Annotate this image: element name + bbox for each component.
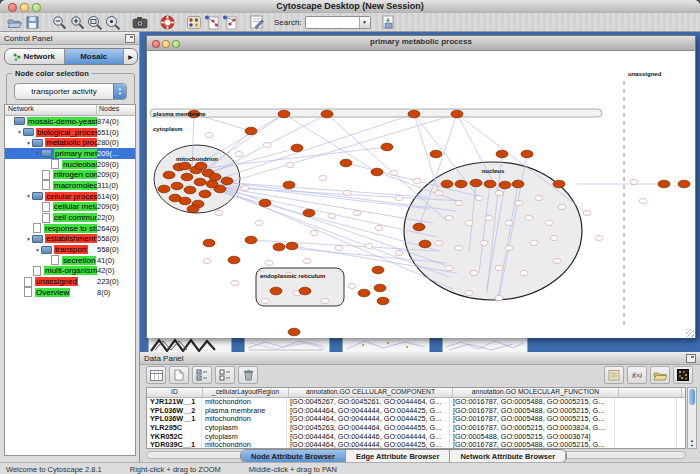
network-node[interactable]: [595, 235, 603, 240]
tree-row-label[interactable]: unassigned: [35, 277, 78, 286]
network-node-selected[interactable]: [209, 173, 221, 181]
network-node-selected[interactable]: [245, 127, 257, 135]
tree-row[interactable]: nucleobase-209(0): [5, 159, 135, 170]
network-node-selected[interactable]: [303, 209, 315, 217]
network-node[interactable]: [535, 195, 543, 200]
network-node-selected[interactable]: [372, 266, 384, 274]
plugin-manager-icon[interactable]: [380, 14, 398, 31]
tree-row-label[interactable]: cell communicat: [53, 213, 97, 222]
network-node[interactable]: [505, 245, 513, 250]
tree-row-label[interactable]: macromolecule: [53, 181, 97, 190]
tab-network[interactable]: Network: [5, 49, 65, 64]
network-node[interactable]: [455, 245, 463, 250]
layout-network-icon-2[interactable]: [221, 14, 239, 31]
tree-row-label[interactable]: biological_process: [36, 128, 97, 137]
network-node-selected[interactable]: [374, 284, 386, 292]
network-node-selected[interactable]: [512, 180, 524, 188]
network-node-selected[interactable]: [283, 181, 295, 189]
network-node[interactable]: [520, 270, 528, 275]
network-node-selected[interactable]: [273, 243, 285, 251]
network-node[interactable]: [558, 204, 566, 209]
network-node-selected[interactable]: [499, 181, 511, 189]
tree-row-label[interactable]: transport: [54, 245, 88, 254]
background-window-thumbnail[interactable]: [442, 337, 528, 352]
tree-row-label[interactable]: mosaic-demo-yeast: [27, 117, 97, 126]
zoom-in-icon[interactable]: [68, 14, 86, 31]
network-node-selected[interactable]: [288, 328, 300, 336]
select-all-attributes-icon[interactable]: [192, 366, 212, 384]
network-node[interactable]: [505, 220, 513, 225]
network-node-selected[interactable]: [179, 162, 191, 170]
tree-row[interactable]: ▼metabolic process280(0): [5, 137, 135, 148]
network-node-selected[interactable]: [451, 110, 463, 118]
save-icon[interactable]: [23, 14, 41, 31]
help-lifesaver-icon[interactable]: [158, 14, 176, 31]
tab-node-attribute-browser[interactable]: Node Attribute Browser: [241, 450, 346, 462]
network-node-selected[interactable]: [455, 180, 467, 188]
network-node[interactable]: [485, 215, 493, 220]
network-node-selected[interactable]: [371, 168, 383, 176]
network-node-selected[interactable]: [358, 289, 370, 297]
network-node[interactable]: [215, 210, 223, 215]
table-row[interactable]: YKR052Ccytoplasm[GO:0044464, GO:0044446,…: [147, 433, 685, 442]
network-node[interactable]: [550, 235, 558, 240]
tree-row[interactable]: ▼primary metabo209(...: [5, 148, 135, 159]
network-node[interactable]: [445, 215, 453, 220]
expand-triangle-icon[interactable]: ▼: [25, 140, 32, 146]
network-node[interactable]: [480, 240, 488, 245]
network-node[interactable]: [328, 213, 336, 218]
network-node-selected[interactable]: [199, 190, 211, 198]
network-node-selected[interactable]: [413, 223, 425, 231]
tree-row-label[interactable]: cellular process: [45, 192, 97, 201]
function-builder-icon[interactable]: f(x): [627, 366, 647, 384]
network-node-selected[interactable]: [184, 186, 196, 194]
tree-row[interactable]: cell communicat22(0): [5, 212, 135, 223]
network-node-selected[interactable]: [195, 162, 207, 170]
network-node-selected[interactable]: [496, 150, 508, 158]
open-file-icon[interactable]: [5, 14, 23, 31]
network-node[interactable]: [583, 210, 591, 215]
network-node-selected[interactable]: [377, 297, 389, 305]
delete-attribute-trash-icon[interactable]: [238, 366, 258, 384]
tree-row-label[interactable]: Overview: [35, 288, 70, 297]
network-node-selected[interactable]: [299, 287, 311, 295]
tree-column-network[interactable]: Network: [5, 105, 97, 115]
zoom-fit-icon[interactable]: [86, 14, 104, 31]
tree-row-label[interactable]: primary metabo: [54, 149, 97, 158]
network-window-titlebar[interactable]: primary metabolic process: [147, 36, 695, 51]
network-node[interactable]: [365, 243, 373, 248]
tree-row[interactable]: cellular metabo209(0): [5, 202, 135, 213]
zoom-out-icon[interactable]: [50, 14, 68, 31]
tab-edge-attribute-browser[interactable]: Edge Attribute Browser: [346, 450, 450, 462]
tree-row[interactable]: multi-organism pro42(0): [5, 266, 135, 277]
network-node-selected[interactable]: [470, 179, 482, 187]
table-column-header[interactable]: annotation.GO MOLECULAR_FUNCTION: [453, 388, 619, 397]
unselect-all-attributes-icon[interactable]: [215, 366, 235, 384]
network-node[interactable]: [465, 220, 473, 225]
network-node-selected[interactable]: [321, 110, 333, 118]
snapshot-camera-icon[interactable]: [131, 14, 149, 31]
expand-triangle-icon[interactable]: ▼: [34, 247, 41, 253]
attribute-matrix-icon[interactable]: [673, 366, 693, 384]
network-node[interactable]: [348, 283, 356, 288]
network-node-selected[interactable]: [259, 199, 271, 207]
network-node[interactable]: [255, 220, 263, 225]
network-node-selected[interactable]: [158, 185, 170, 193]
network-graph[interactable]: plasma membranecytoplasmmitochondrionnuc…: [147, 51, 695, 338]
tree-row-label[interactable]: nitrogen compo: [53, 170, 97, 179]
table-row[interactable]: YJR121W__1mitochondrion[GO:0045267, GO:0…: [147, 398, 685, 407]
network-node[interactable]: [470, 270, 478, 275]
tree-row[interactable]: mosaic-demo-yeast874(0): [5, 116, 135, 127]
network-node[interactable]: [205, 132, 213, 137]
network-node-selected[interactable]: [430, 150, 442, 158]
expand-triangle-icon[interactable]: ▼: [34, 150, 41, 156]
network-node[interactable]: [435, 240, 443, 245]
tree-column-nodes[interactable]: Nodes: [97, 105, 135, 115]
network-node[interactable]: [303, 258, 311, 263]
network-node[interactable]: [545, 220, 553, 225]
network-node[interactable]: [465, 290, 473, 295]
tree-row[interactable]: nitrogen compo209(0): [5, 169, 135, 180]
network-node-selected[interactable]: [484, 180, 496, 188]
tree-row-label[interactable]: multi-organism pro: [44, 266, 97, 275]
resize-grip-icon[interactable]: [686, 329, 694, 337]
